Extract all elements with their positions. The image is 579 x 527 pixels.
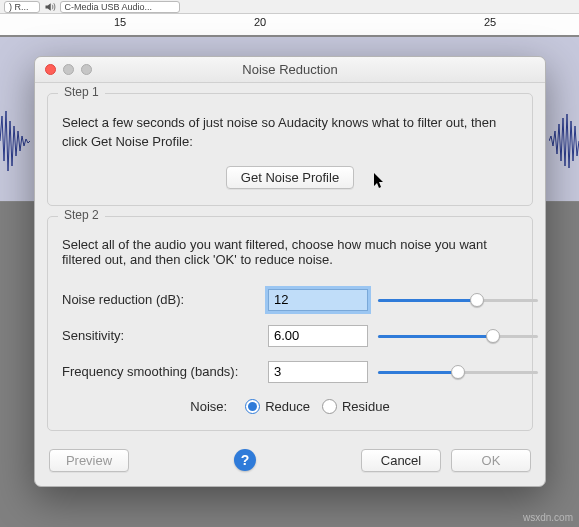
sensitivity-input[interactable] <box>268 325 368 347</box>
noise-reduction-slider[interactable] <box>378 292 538 308</box>
close-icon[interactable] <box>45 64 56 75</box>
ruler-tick: 15 <box>114 16 126 28</box>
speaker-icon <box>44 1 56 13</box>
noise-reduction-input[interactable] <box>268 289 368 311</box>
minimize-icon <box>63 64 74 75</box>
frequency-smoothing-slider[interactable] <box>378 364 538 380</box>
cancel-button[interactable]: Cancel <box>361 449 441 472</box>
ruler-tick: 20 <box>254 16 266 28</box>
reduce-radio-label: Reduce <box>265 399 310 414</box>
step1-instructions: Select a few seconds of just noise so Au… <box>62 114 518 152</box>
residue-radio-label: Residue <box>342 399 390 414</box>
residue-radio[interactable]: Residue <box>322 399 390 414</box>
help-button[interactable]: ? <box>234 449 256 471</box>
waveform-right <box>549 106 579 176</box>
get-noise-profile-button[interactable]: Get Noise Profile <box>226 166 354 189</box>
dialog-titlebar[interactable]: Noise Reduction <box>35 57 545 83</box>
noise-reduction-label: Noise reduction (dB): <box>62 292 258 307</box>
waveform-left <box>0 106 30 176</box>
app-toolbar: ) R... C-Media USB Audio... <box>0 0 579 14</box>
frequency-smoothing-input[interactable] <box>268 361 368 383</box>
output-device-dropdown[interactable]: ) R... <box>4 1 40 13</box>
input-device-dropdown[interactable]: C-Media USB Audio... <box>60 1 180 13</box>
reduce-radio[interactable]: Reduce <box>245 399 310 414</box>
dialog-button-bar: Preview ? Cancel OK <box>35 441 545 486</box>
noise-reduction-dialog: Noise Reduction Step 1 Select a few seco… <box>34 56 546 487</box>
step2-group: Step 2 Select all of the audio you want … <box>47 216 533 431</box>
noise-mode-label: Noise: <box>190 399 227 414</box>
timeline-ruler[interactable]: 15 20 25 <box>0 14 579 36</box>
cursor-icon <box>374 173 386 189</box>
ruler-tick: 25 <box>484 16 496 28</box>
watermark-text: wsxdn.com <box>523 512 573 523</box>
step2-legend: Step 2 <box>58 208 105 222</box>
frequency-smoothing-label: Frequency smoothing (bands): <box>62 364 258 379</box>
ok-button[interactable]: OK <box>451 449 531 472</box>
sensitivity-label: Sensitivity: <box>62 328 258 343</box>
step2-instructions: Select all of the audio you want filtere… <box>62 237 518 267</box>
preview-button[interactable]: Preview <box>49 449 129 472</box>
radio-checked-icon <box>245 399 260 414</box>
zoom-icon <box>81 64 92 75</box>
step1-group: Step 1 Select a few seconds of just nois… <box>47 93 533 206</box>
radio-unchecked-icon <box>322 399 337 414</box>
sensitivity-slider[interactable] <box>378 328 538 344</box>
step1-legend: Step 1 <box>58 85 105 99</box>
dialog-title: Noise Reduction <box>35 62 545 77</box>
